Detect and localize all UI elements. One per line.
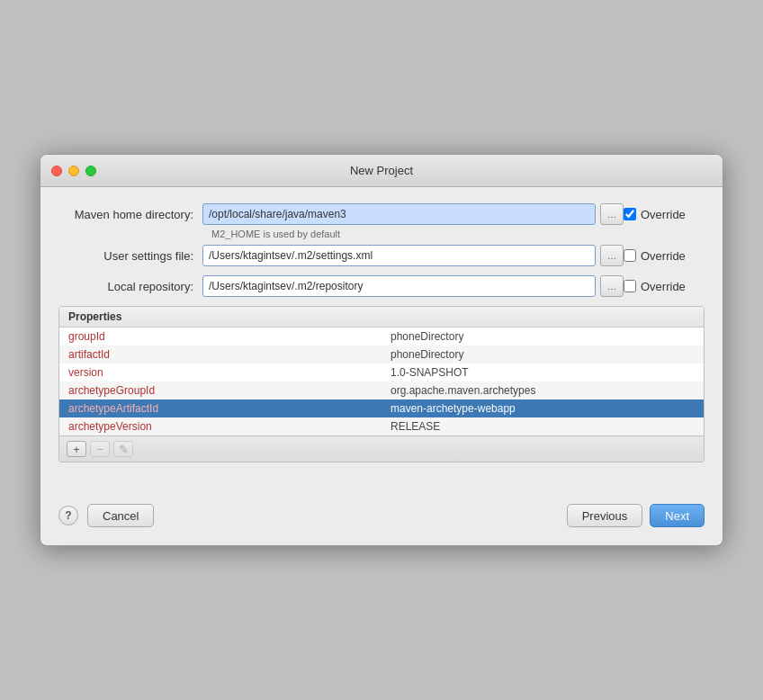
- close-button[interactable]: [51, 166, 62, 176]
- user-settings-label: User settings file:: [58, 249, 202, 263]
- maven-home-label: Maven home directory:: [58, 208, 202, 221]
- table-row[interactable]: artifactId phoneDirectory: [59, 346, 704, 363]
- maven-home-input[interactable]: [202, 203, 596, 225]
- bottom-right: Previous Next: [567, 504, 705, 527]
- property-key: archetypeGroupId: [59, 381, 382, 399]
- titlebar: New Project: [40, 155, 723, 187]
- maven-home-hint: M2_HOME is used by default: [211, 229, 705, 239]
- properties-toolbar: + − ✎: [59, 435, 704, 462]
- help-button[interactable]: ?: [58, 506, 78, 525]
- property-key: archetypeVersion: [59, 417, 382, 435]
- local-repo-label: Local repository:: [58, 280, 202, 293]
- local-repo-browse-button[interactable]: …: [600, 275, 624, 297]
- maven-home-override-label: Override: [641, 208, 686, 221]
- maximize-button[interactable]: [85, 166, 96, 176]
- local-repo-override-label: Override: [641, 280, 686, 293]
- content-area: Maven home directory: … Override M2_HOME…: [40, 187, 723, 489]
- bottom-bar: ? Cancel Previous Next: [40, 489, 723, 545]
- local-repo-row: Local repository: … Override: [58, 275, 705, 297]
- bottom-left: ? Cancel: [58, 504, 154, 527]
- property-key: version: [59, 363, 382, 381]
- minimize-button[interactable]: [68, 166, 79, 176]
- table-row[interactable]: archetypeGroupId org.apache.maven.archet…: [59, 381, 704, 399]
- property-value: RELEASE: [382, 417, 704, 435]
- local-repo-override-group: Override: [624, 280, 705, 293]
- property-value: phoneDirectory: [382, 328, 704, 346]
- property-value: maven-archetype-webapp: [382, 399, 704, 417]
- local-repo-input[interactable]: [202, 275, 596, 297]
- table-row[interactable]: groupId phoneDirectory: [59, 328, 704, 346]
- property-key: archetypeArtifactId: [59, 399, 382, 417]
- window-title: New Project: [350, 164, 413, 177]
- user-settings-row: User settings file: … Override: [58, 245, 705, 266]
- table-row[interactable]: archetypeArtifactId maven-archetype-weba…: [59, 399, 704, 417]
- cancel-button[interactable]: Cancel: [87, 504, 154, 527]
- property-key: artifactId: [59, 346, 382, 363]
- user-settings-override-group: Override: [624, 249, 705, 263]
- next-button[interactable]: Next: [650, 504, 705, 527]
- window-controls: [51, 166, 96, 176]
- properties-table: groupId phoneDirectory artifactId phoneD…: [59, 328, 704, 435]
- maven-home-input-group: …: [202, 203, 624, 225]
- add-property-button[interactable]: +: [67, 441, 86, 457]
- maven-home-override-checkbox[interactable]: [624, 208, 636, 220]
- property-key: groupId: [59, 328, 382, 346]
- user-settings-input[interactable]: [202, 245, 596, 266]
- maven-home-browse-button[interactable]: …: [600, 203, 624, 225]
- local-repo-override-checkbox[interactable]: [624, 280, 636, 292]
- user-settings-browse-button[interactable]: …: [600, 245, 624, 266]
- local-repo-input-group: …: [202, 275, 624, 297]
- property-value: phoneDirectory: [382, 346, 704, 363]
- property-value: org.apache.maven.archetypes: [382, 381, 704, 399]
- user-settings-override-checkbox[interactable]: [624, 249, 636, 262]
- edit-property-button[interactable]: ✎: [113, 441, 133, 457]
- remove-property-button[interactable]: −: [90, 441, 110, 457]
- properties-section: Properties groupId phoneDirectory artifa…: [58, 306, 705, 462]
- maven-home-row: Maven home directory: … Override: [58, 203, 705, 225]
- previous-button[interactable]: Previous: [567, 504, 643, 527]
- maven-home-override-group: Override: [624, 208, 705, 221]
- user-settings-input-group: …: [202, 245, 624, 266]
- property-value: 1.0-SNAPSHOT: [382, 363, 704, 381]
- properties-header: Properties: [59, 307, 704, 328]
- table-row[interactable]: archetypeVersion RELEASE: [59, 417, 704, 435]
- table-row[interactable]: version 1.0-SNAPSHOT: [59, 363, 704, 381]
- main-window: New Project Maven home directory: … Over…: [40, 154, 723, 546]
- user-settings-override-label: Override: [641, 249, 686, 263]
